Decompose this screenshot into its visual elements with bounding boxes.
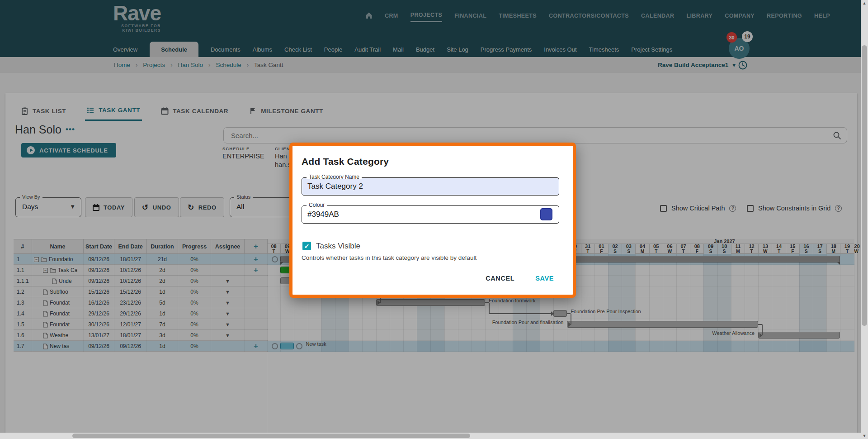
colour-input[interactable] — [303, 207, 552, 222]
vertical-scroll-thumb[interactable] — [862, 45, 867, 326]
task-category-name-input[interactable] — [303, 179, 552, 194]
colour-swatch[interactable] — [540, 208, 552, 220]
horizontal-scroll-thumb[interactable] — [72, 434, 470, 438]
colour-field: Colour — [302, 205, 559, 224]
scroll-up-icon[interactable]: ▲ — [861, 0, 868, 6]
modal-actions: CANCEL SAVE — [483, 274, 557, 282]
scroll-down-icon[interactable]: ▼ — [861, 433, 868, 439]
rave-app: Rave SOFTWARE FORKIWI BUILDERS CRMPROJEC… — [0, 0, 868, 439]
tasks-visible-checkbox[interactable]: ✓ — [302, 242, 311, 250]
tasks-visible-helper: Controls whether tasks in this task cate… — [302, 254, 476, 261]
cancel-button[interactable]: CANCEL — [483, 274, 517, 282]
tasks-visible-label: Tasks Visible — [316, 242, 360, 251]
horizontal-scrollbar[interactable] — [0, 433, 861, 439]
modal-title: Add Task Category — [302, 156, 389, 167]
vertical-scrollbar[interactable]: ▲ ▼ — [861, 0, 868, 439]
save-button[interactable]: SAVE — [533, 274, 557, 282]
add-task-category-modal: Add Task Category Task Category Name Col… — [289, 143, 576, 298]
task-category-name-field: Task Category Name — [302, 177, 559, 196]
